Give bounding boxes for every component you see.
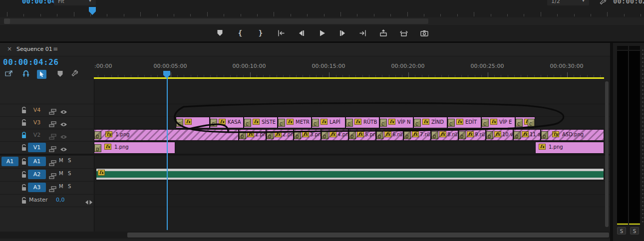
settings-wrench-icon[interactable] (71, 70, 79, 79)
v2-clip-locked[interactable]: Dfx5.pn (348, 129, 376, 141)
tab-sequence-title[interactable]: Sequence 01 (16, 46, 52, 52)
step-back-icon[interactable] (297, 29, 307, 37)
v3-clip[interactable]: Cfx (176, 117, 210, 128)
transition-C[interactable]: C (528, 119, 535, 127)
track-name-v2[interactable]: V2 (28, 130, 46, 140)
transition-D[interactable]: D (267, 131, 274, 139)
close-icon[interactable]: × (7, 45, 12, 52)
add-marker-icon[interactable] (57, 70, 63, 79)
pm-resolution-select[interactable]: 1/2 ▼ (547, 0, 589, 5)
transition-C[interactable]: C (448, 119, 455, 127)
pm-scrollbar-thumb[interactable] (4, 18, 428, 24)
v2-clip-locked[interactable]: Dfx8.rü (431, 129, 458, 141)
timeline-hscroll-thumb[interactable] (127, 233, 609, 238)
eye-icon[interactable] (60, 107, 67, 117)
v3-clip[interactable]: CfxC (515, 117, 535, 128)
transition-C[interactable]: C (176, 119, 183, 127)
pm-scrollbar-endcap[interactable] (4, 18, 10, 24)
panel-menu-icon[interactable]: ≡ (53, 45, 58, 52)
transition-D[interactable]: D (431, 131, 438, 139)
lock-icon[interactable] (21, 171, 27, 180)
v2-clip-locked[interactable]: Dfx11 ar (513, 129, 541, 141)
track-name-a3[interactable]: A3 (28, 183, 46, 192)
lock-icon[interactable] (21, 119, 27, 128)
transition-C[interactable]: C (414, 119, 421, 127)
transition-D[interactable]: D (322, 131, 328, 139)
solo-button[interactable]: S (68, 171, 71, 176)
timeline-vertical-scrollbar[interactable] (605, 81, 609, 227)
solo-button[interactable]: S (68, 158, 71, 163)
track-name-v1[interactable]: V1 (28, 143, 46, 152)
v3-clip[interactable]: CfxVİP N (379, 117, 413, 128)
transition-C[interactable]: C (312, 119, 319, 127)
a2-audio-clip[interactable]: fx (96, 168, 604, 180)
transition-D[interactable]: D (376, 131, 383, 139)
solo-button-right[interactable]: S (630, 227, 639, 235)
v3-clip[interactable]: CfxKASA (210, 117, 244, 128)
export-frame-icon[interactable] (419, 29, 429, 37)
v3-clip[interactable]: CfxEDİT (447, 117, 481, 128)
transition-C[interactable]: C (482, 119, 489, 127)
v3-clip[interactable]: CfxZİND (413, 117, 447, 128)
transition-D[interactable]: D (404, 131, 411, 139)
lock-icon[interactable] (21, 144, 27, 153)
go-to-out-icon[interactable] (358, 29, 368, 37)
keyframe-nav-icon[interactable] (85, 198, 93, 207)
step-forward-icon[interactable] (337, 29, 347, 37)
v2-clip-locked[interactable]: Dfx7.rü (403, 129, 431, 141)
transition-D[interactable]: D (294, 131, 301, 139)
mute-button[interactable]: M (59, 184, 63, 189)
sync-lock-icon[interactable] (49, 185, 56, 194)
v1-clip[interactable]: Dfx1.png (94, 142, 175, 154)
transition-C[interactable]: C (278, 119, 285, 127)
timeline-horizontal-scrollbar[interactable] (0, 232, 610, 239)
v2-clip-locked[interactable]: Dfx10 vi (486, 129, 513, 141)
source-patch-a1[interactable]: A1 (1, 157, 18, 166)
lock-icon[interactable] (21, 197, 27, 206)
transition-C[interactable]: C (210, 119, 217, 127)
pm-mini-timeline-ruler[interactable] (0, 8, 644, 16)
go-to-in-icon[interactable] (276, 29, 286, 37)
mute-button[interactable]: M (59, 158, 63, 163)
eye-icon[interactable] (60, 145, 67, 154)
add-marker-icon[interactable] (215, 29, 225, 37)
mark-in-icon[interactable]: { (235, 29, 245, 37)
v2-clip-locked[interactable]: Dfx9.rü (458, 129, 486, 141)
lock-icon[interactable] (21, 106, 27, 116)
transition-C[interactable]: C (380, 119, 387, 127)
lock-icon[interactable] (21, 184, 27, 193)
sync-lock-icon[interactable] (49, 120, 56, 129)
transition-D[interactable]: D (486, 131, 493, 139)
lock-icon[interactable] (21, 158, 27, 167)
v3-clip[interactable]: CfxSİSTE (244, 117, 278, 128)
solo-button-left[interactable]: S (617, 227, 626, 235)
lock-icon[interactable] (21, 131, 27, 141)
transition-D[interactable]: D (349, 131, 356, 139)
sync-lock-icon[interactable] (49, 132, 56, 142)
master-volume-value[interactable]: 0,0 (56, 197, 65, 203)
v1-clip[interactable]: fx1.png (535, 142, 604, 154)
transition-D[interactable]: D (459, 131, 466, 139)
eye-icon[interactable] (60, 132, 67, 142)
v2-clip-locked[interactable]: Dfx1.png (94, 129, 239, 141)
pm-horizontal-scrollbar[interactable] (0, 17, 644, 25)
timeline-current-timecode[interactable]: 00:00:04:26 (3, 57, 58, 67)
v2-clip-locked[interactable]: Dfx6.rü (376, 129, 403, 141)
transition-D[interactable]: D (514, 131, 521, 139)
v2-clip-locked[interactable]: Dfx1.pn (239, 129, 266, 141)
track-name-v3[interactable]: V3 (28, 118, 46, 127)
v3-clip[interactable]: CfxVİP E (481, 117, 515, 128)
extract-icon[interactable] (399, 29, 409, 37)
track-name-v4[interactable]: V4 (28, 105, 46, 115)
transition-D[interactable]: D (94, 131, 101, 139)
v2-clip-locked[interactable]: DfxASD.png (541, 129, 604, 141)
sync-lock-icon[interactable] (49, 145, 56, 154)
lift-icon[interactable] (378, 29, 388, 37)
solo-button[interactable]: S (68, 184, 71, 189)
v3-clip[interactable]: CfxRÜTB (345, 117, 379, 128)
v2-clip-locked[interactable]: Dfx4.pn (321, 129, 348, 141)
mute-button[interactable]: M (59, 171, 63, 176)
pm-zoom-select[interactable]: Fit ▼ (54, 0, 96, 5)
transition-C[interactable]: C (244, 119, 251, 127)
sync-lock-icon[interactable] (49, 107, 56, 117)
